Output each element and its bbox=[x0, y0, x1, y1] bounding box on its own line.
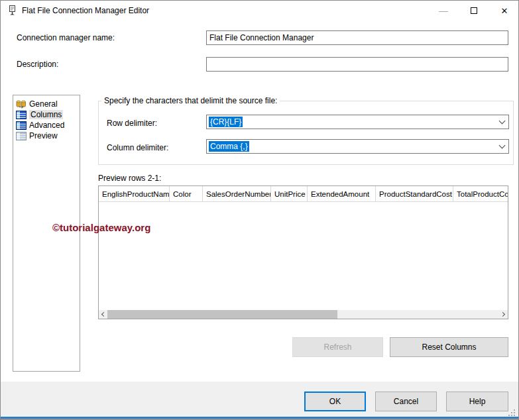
window-title: Flat File Connection Manager Editor bbox=[22, 1, 149, 21]
connection-manager-name-input[interactable] bbox=[206, 30, 508, 45]
column-header[interactable]: SalesOrderNumber bbox=[203, 186, 271, 201]
refresh-button: Refresh bbox=[292, 337, 383, 357]
chevron-down-icon bbox=[498, 118, 505, 125]
minimize-icon: — bbox=[439, 5, 448, 16]
ok-button[interactable]: OK bbox=[304, 392, 366, 411]
preview-rows-label: Preview rows 2-1: bbox=[98, 174, 161, 183]
title-bar: Flat File Connection Manager Editor — ✕ bbox=[1, 1, 518, 21]
scroll-left-button[interactable] bbox=[99, 310, 107, 319]
column-delimiter-label: Column delimiter: bbox=[107, 143, 168, 152]
dialog-footer bbox=[1, 382, 518, 417]
column-header[interactable]: ExtendedAmount bbox=[308, 186, 376, 201]
preview-grid-body bbox=[99, 202, 508, 303]
column-header[interactable]: UnitPrice bbox=[271, 186, 308, 201]
sidebar-item-preview[interactable]: Preview bbox=[13, 131, 80, 141]
sidebar-item-label: Preview bbox=[29, 131, 58, 140]
preview-grid-header: EnglishProductName Color SalesOrderNumbe… bbox=[99, 186, 508, 202]
general-database-icon bbox=[16, 100, 27, 109]
scroll-right-button[interactable] bbox=[499, 310, 508, 319]
delimiters-group-label: Specify the characters that delimit the … bbox=[101, 96, 280, 105]
description-label: Description: bbox=[17, 60, 58, 69]
preview-table-icon bbox=[16, 132, 27, 140]
sidebar-item-label: Columns bbox=[29, 110, 63, 119]
column-header[interactable]: Color bbox=[170, 186, 203, 201]
close-icon: ✕ bbox=[501, 6, 508, 16]
columns-table-icon bbox=[16, 111, 27, 119]
row-delimiter-value: {CR}{LF} bbox=[209, 117, 243, 127]
description-input[interactable] bbox=[206, 57, 508, 72]
preview-grid: EnglishProductName Color SalesOrderNumbe… bbox=[98, 185, 508, 319]
scrollbar-thumb[interactable] bbox=[107, 310, 337, 319]
sidebar-item-advanced[interactable]: Advanced bbox=[13, 120, 80, 131]
row-delimiter-label: Row delimiter: bbox=[107, 119, 157, 128]
chevron-left-icon bbox=[101, 312, 106, 317]
sidebar-item-label: General bbox=[29, 99, 58, 109]
watermark-text: ©tutorialgateway.org bbox=[52, 222, 150, 233]
help-button[interactable]: Help bbox=[446, 392, 508, 411]
close-button[interactable]: ✕ bbox=[489, 1, 519, 21]
connection-manager-name-label: Connection manager name: bbox=[17, 33, 115, 42]
sidebar-item-label: Advanced bbox=[29, 121, 64, 130]
advanced-table-icon bbox=[16, 121, 27, 130]
column-delimiter-combobox[interactable]: Comma {,} bbox=[206, 139, 509, 154]
column-header[interactable]: ProductStandardCost bbox=[376, 186, 453, 201]
maximize-button[interactable] bbox=[459, 1, 489, 21]
sidebar-item-general[interactable]: General bbox=[13, 99, 80, 109]
chevron-down-icon bbox=[498, 142, 505, 149]
connection-manager-icon bbox=[7, 5, 17, 16]
column-delimiter-value: Comma {,} bbox=[209, 141, 249, 152]
reset-columns-button[interactable]: Reset Columns bbox=[390, 337, 508, 357]
horizontal-scrollbar[interactable] bbox=[99, 310, 508, 319]
row-delimiter-combobox[interactable]: {CR}{LF} bbox=[206, 115, 509, 129]
pages-list: General Columns Advanced Prev bbox=[13, 95, 80, 372]
chevron-right-icon bbox=[500, 312, 505, 317]
column-header[interactable]: TotalProductCost bbox=[453, 186, 508, 201]
column-header[interactable]: EnglishProductName bbox=[99, 186, 170, 201]
cancel-button[interactable]: Cancel bbox=[375, 392, 437, 411]
sidebar-item-columns[interactable]: Columns bbox=[13, 109, 80, 120]
flat-file-connection-manager-editor-dialog: Flat File Connection Manager Editor — ✕ … bbox=[0, 0, 519, 420]
resize-grip[interactable] bbox=[507, 408, 515, 416]
maximize-icon bbox=[471, 7, 477, 14]
minimize-button: — bbox=[428, 1, 459, 21]
delimiters-groupbox bbox=[98, 101, 514, 165]
